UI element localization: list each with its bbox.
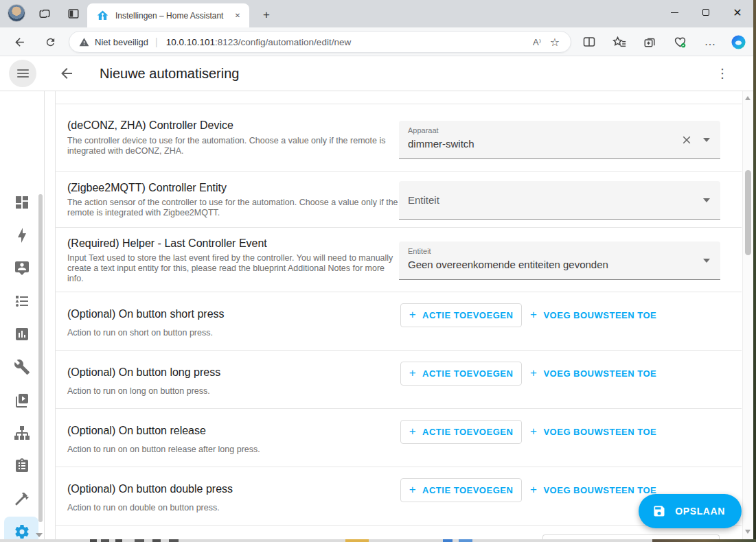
scroll-down-icon[interactable] xyxy=(745,530,751,534)
row-description: Input Text used to store the last event … xyxy=(67,253,398,284)
sidebar-item-todo[interactable] xyxy=(14,458,30,474)
plus-icon: + xyxy=(409,308,416,322)
back-icon[interactable] xyxy=(11,34,27,50)
sidebar-item-developer-tools[interactable] xyxy=(14,491,30,507)
favorites-hub-icon[interactable] xyxy=(611,34,628,50)
sidebar-item-integrations[interactable] xyxy=(14,425,30,441)
tab-close-icon[interactable]: ✕ xyxy=(231,10,244,22)
add-building-block-label: VOEG BOUWSTEEN TOE xyxy=(543,368,656,379)
save-button[interactable]: OPSLAAN xyxy=(639,494,742,528)
row-controller-device: (deCONZ, ZHA) Controller Device The cont… xyxy=(56,104,742,172)
row-title: (deCONZ, ZHA) Controller Device xyxy=(67,119,233,132)
plus-icon: + xyxy=(409,366,416,380)
select-value: Geen overeenkomende entiteiten gevonden xyxy=(408,259,608,270)
add-action-button[interactable]: + ACTIE TOEVOEGEN xyxy=(400,478,522,502)
security-label: Niet beveiligd xyxy=(95,37,148,47)
add-building-block-label: VOEG BOUWSTEEN TOE xyxy=(543,427,656,437)
row-description: Action to run on long on button press. xyxy=(67,386,398,397)
page-title: Nieuwe automatisering xyxy=(100,66,239,82)
sidebar-scroll-down-icon[interactable] xyxy=(36,533,43,537)
select-value: dimmer-switch xyxy=(408,138,474,150)
add-building-block-button[interactable]: + VOEG BOUWSTEEN TOE xyxy=(530,303,667,327)
helper-select[interactable]: Entiteit Geen overeenkomende entiteiten … xyxy=(399,241,720,280)
browser-tab[interactable]: Instellingen – Home Assistant ✕ xyxy=(87,3,249,27)
back-arrow-icon[interactable] xyxy=(58,65,75,82)
window-minimize-button[interactable] xyxy=(658,0,690,25)
scrollbar-thumb[interactable] xyxy=(745,170,751,255)
select-label: Apparaat xyxy=(408,126,439,134)
sidebar-item-settings[interactable] xyxy=(14,523,30,539)
browser-profile-avatar[interactable] xyxy=(8,4,25,22)
add-action-button[interactable]: + ACTIE TOEVOEGEN xyxy=(400,303,522,327)
split-screen-icon[interactable] xyxy=(581,34,597,50)
sidebar-item-history[interactable] xyxy=(14,326,30,342)
plus-icon: + xyxy=(530,366,537,380)
address-bar[interactable]: Niet beveiligd | 10.0.10.101:8123/config… xyxy=(69,31,571,53)
workspaces-icon[interactable] xyxy=(36,5,53,22)
row-description: Action to run on on button release after… xyxy=(67,445,398,455)
browser-toolbar: Niet beveiligd | 10.0.10.101:8123/config… xyxy=(0,27,753,56)
ha-sidebar: 1 GG xyxy=(0,91,45,539)
row-helper: (Required) Helper - Last Controller Even… xyxy=(56,228,742,292)
settings-more-icon[interactable]: … xyxy=(702,34,718,50)
row-title: (Zigbee2MQTT) Controller Entity xyxy=(67,182,227,194)
tab-title: Instellingen – Home Assistant xyxy=(115,11,231,21)
sidebar-item-tools[interactable] xyxy=(14,359,30,375)
row-long-press: (Optional) On button long press Action t… xyxy=(56,351,742,409)
add-action-label: ACTIE TOEVOEGEN xyxy=(422,427,513,437)
sidebar-item-media-browser[interactable] xyxy=(14,392,30,408)
add-action-button[interactable]: + ACTIE TOEVOEGEN xyxy=(400,362,522,386)
sidebar-scrollbar[interactable] xyxy=(38,194,43,522)
window-close-button[interactable]: ✕ xyxy=(722,0,753,25)
sidebar-item-energy[interactable] xyxy=(14,227,30,244)
read-aloud-icon[interactable]: A⁾ xyxy=(528,34,546,50)
collections-icon[interactable] xyxy=(641,34,658,50)
scroll-up-icon[interactable] xyxy=(745,96,751,100)
sidebar-item-map[interactable] xyxy=(14,260,30,276)
row-short-press: (Optional) On button short press Action … xyxy=(56,292,742,351)
entity-select[interactable]: Entiteit xyxy=(399,181,720,220)
clear-icon[interactable] xyxy=(680,134,693,146)
add-building-block-label: VOEG BOUWSTEEN TOE xyxy=(543,485,656,495)
ha-header: Nieuwe automatisering ⋮ xyxy=(0,56,753,91)
plus-icon: + xyxy=(530,308,537,322)
screen: Instellingen – Home Assistant ✕ + ✕ Niet… xyxy=(0,0,756,542)
taskbar-sliver xyxy=(0,539,756,542)
save-icon xyxy=(652,504,666,518)
favorite-star-icon[interactable]: ☆ xyxy=(546,34,564,50)
plus-icon: + xyxy=(530,483,537,497)
add-action-button[interactable]: + ACTIE TOEVOEGEN xyxy=(400,420,522,444)
browser-essentials-icon[interactable] xyxy=(672,34,688,50)
tab-actions-icon[interactable] xyxy=(65,5,82,22)
copilot-icon[interactable] xyxy=(730,34,746,50)
chevron-down-icon[interactable] xyxy=(703,259,710,263)
row-controller-entity: (Zigbee2MQTT) Controller Entity The acti… xyxy=(56,172,742,228)
sidebar-item-logbook[interactable] xyxy=(14,293,30,309)
row-title: (Optional) On button long press xyxy=(67,366,220,379)
cutoff-button[interactable] xyxy=(542,534,720,539)
url-separator: | xyxy=(155,36,158,47)
sidebar-item-dashboard[interactable] xyxy=(14,194,30,211)
page-scrollbar[interactable] xyxy=(742,91,753,539)
refresh-icon[interactable] xyxy=(42,34,58,50)
select-label: Entiteit xyxy=(408,247,431,255)
row-release: (Optional) On button release Action to r… xyxy=(56,409,742,467)
plus-icon: + xyxy=(409,483,416,497)
add-action-label: ACTIE TOEVOEGEN xyxy=(422,310,513,320)
add-building-block-button[interactable]: + VOEG BOUWSTEEN TOE xyxy=(530,362,667,386)
row-title: (Required) Helper - Last Controller Even… xyxy=(67,237,267,250)
sidebar-menu-button[interactable] xyxy=(9,60,36,87)
row-description: The action sensor of the controller to u… xyxy=(67,198,398,218)
row-description: The controller device to use for the aut… xyxy=(67,136,398,156)
overflow-menu-icon[interactable]: ⋮ xyxy=(716,64,729,82)
chevron-down-icon[interactable] xyxy=(703,138,710,142)
chevron-down-icon[interactable] xyxy=(703,198,710,202)
new-tab-button[interactable]: + xyxy=(258,7,275,23)
window-maximize-button[interactable] xyxy=(690,0,722,25)
add-building-block-label: VOEG BOUWSTEEN TOE xyxy=(543,310,656,320)
add-building-block-button[interactable]: + VOEG BOUWSTEEN TOE xyxy=(530,420,667,444)
add-action-label: ACTIE TOEVOEGEN xyxy=(422,485,513,495)
not-secure-warning-icon xyxy=(79,37,89,47)
url-path: :8123/config/automation/edit/new xyxy=(215,37,351,47)
device-select[interactable]: Apparaat dimmer-switch xyxy=(399,121,720,159)
